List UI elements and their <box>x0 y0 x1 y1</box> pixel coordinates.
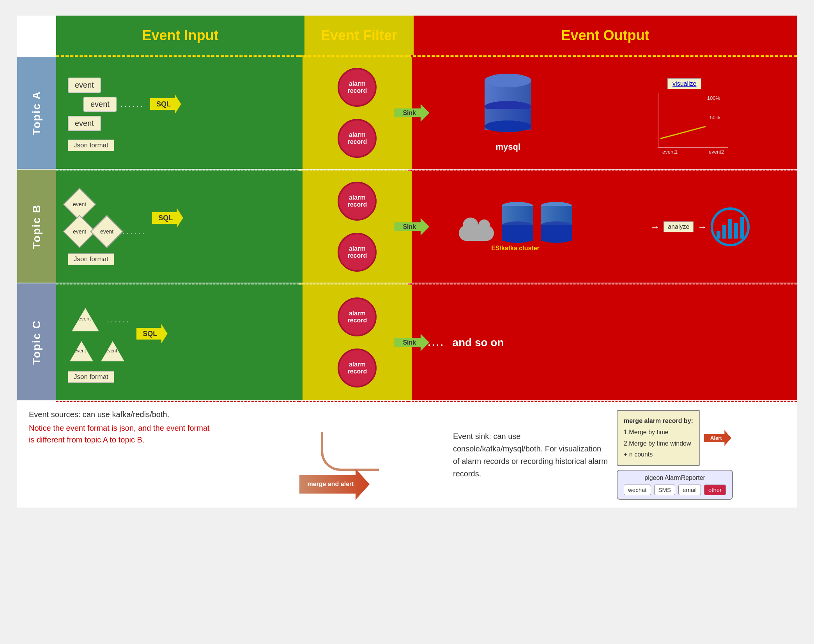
mysql-label: mysql <box>495 142 520 152</box>
visualize-arrow-row: → visualize → <box>658 78 711 89</box>
cloud-db-row <box>459 202 572 241</box>
sql-label-b: SQL <box>158 214 173 222</box>
topic-c-events: event ...... event event <box>68 304 131 363</box>
merge-item1: 1.Merge by time <box>624 427 693 438</box>
topic-c-label-col: Topic C <box>17 285 56 400</box>
bar-chart <box>717 215 744 239</box>
topic-b-output: ES/kafka cluster → analyze → <box>412 171 797 283</box>
chart-y-50: 50% <box>710 115 720 120</box>
merge-box-title: merge alarm record by: <box>624 416 693 427</box>
topic-c-label: Topic C <box>30 320 43 365</box>
json-format-badge-b: Json format <box>68 253 114 265</box>
event-triangle-c2: event <box>70 341 93 361</box>
sms-btn[interactable]: SMS <box>654 485 676 495</box>
analyze-section: → analyze → <box>650 207 750 246</box>
topic-b-sql-arrow: SQL <box>152 208 183 228</box>
merge-item3: + n counts <box>624 449 693 460</box>
event-triangle-c1: event <box>72 308 99 331</box>
topic-b-label: Topic B <box>30 204 43 249</box>
topic-c-row: Topic C event ...... event <box>17 285 797 401</box>
event-box-3: event <box>68 116 101 131</box>
merge-label: merge and alert <box>307 481 354 488</box>
reporter-buttons: wechat SMS email other <box>624 485 726 495</box>
visualize-btn[interactable]: visualize <box>667 78 701 89</box>
chart-x1: event1 <box>662 149 678 155</box>
main-container: Event Input Event Filter Event Output To… <box>17 16 797 508</box>
event-row-c1: event ...... <box>68 304 131 335</box>
reporter-title: pigeon AlarmReporter <box>624 474 726 481</box>
event-box-2: event <box>83 97 117 112</box>
wechat-btn[interactable]: wechat <box>624 485 651 495</box>
analyze-btn[interactable]: analyze <box>664 221 694 232</box>
json-format-badge-a: Json format <box>68 140 114 151</box>
filter-row-a: alarmrecord alarmrecord <box>338 65 377 161</box>
sink-area-c: Sink <box>394 334 429 351</box>
cloud-1 <box>459 214 494 241</box>
chart-line <box>660 126 706 139</box>
es-kafka-section: ES/kafka cluster <box>459 202 572 252</box>
event-output-header: Event Output <box>414 16 797 55</box>
alarm-circle-a1: alarmrecord <box>338 68 377 107</box>
topic-b-filter: alarmrecord alarmrecord Sink <box>303 171 412 283</box>
topic-b-input: event event event ...... SQL <box>56 171 303 283</box>
event-filter-header: Event Filter <box>304 16 414 55</box>
event-sources-title: Event sources: can use kafka/redis/both. <box>29 410 216 419</box>
alert-text: Alert <box>710 435 722 441</box>
merge-item2: 2.Merge by time window <box>624 438 693 449</box>
mini-chart-a: 100% 50% event1 event2 <box>658 93 728 148</box>
merge-alert-section: merge alarm record by: 1.Merge by time 2… <box>617 410 785 500</box>
topic-a-input: event event ...... event SQL Json format <box>56 57 303 169</box>
alert-wrapper: Alert <box>704 430 731 446</box>
sink-label-b: Sink <box>403 223 416 230</box>
sink-area-a: Sink <box>394 104 429 122</box>
topic-c-filter: alarmrecord alarmrecord Sink <box>303 285 412 400</box>
topic-b-input-inner: event event event ...... SQL <box>64 182 187 253</box>
topic-b-row: Topic B event event event <box>17 171 797 283</box>
dots-1: ...... <box>120 99 144 109</box>
event-row-3: event <box>68 116 144 131</box>
bottom-middle: merge and alert <box>224 410 445 500</box>
sink-label-a: Sink <box>403 110 416 117</box>
sink-area-b: Sink <box>394 218 429 235</box>
topic-a-events: event event ...... event <box>68 78 144 131</box>
topic-c-sql-arrow: SQL <box>136 324 168 343</box>
event-output-title: Event Output <box>425 27 785 44</box>
dots-b: ...... <box>122 226 146 237</box>
visualize-section: → visualize → 100% 50% event1 event2 <box>658 78 728 148</box>
mysql-icon <box>481 74 535 136</box>
arrow-right-viz: → <box>658 79 665 88</box>
event-sources-note: Notice the event format is json, and the… <box>29 422 216 446</box>
bottom-right: Event sink: can use console/kafka/mysql/… <box>453 410 785 500</box>
event-sink-description: Event sink: can use console/kafka/mysql/… <box>453 430 609 480</box>
sql-label: SQL <box>156 100 171 108</box>
output-inner-a: mysql → visualize → 100% 50% event1 <box>419 74 789 152</box>
db-stack-1 <box>502 202 533 241</box>
sink-label-c: Sink <box>403 339 416 346</box>
and-so-on-text: and so on <box>452 336 504 349</box>
es-kafka-label: ES/kafka cluster <box>491 245 540 252</box>
topic-a-label: Topic A <box>30 91 43 135</box>
event-row-2: event ...... <box>68 97 144 112</box>
topic-a-filter: alarmrecord alarmrecord Sink <box>303 57 412 169</box>
header-spacer <box>17 16 56 55</box>
event-input-header: Event Input <box>56 16 304 55</box>
event-diamond-label-b1: event <box>73 201 86 207</box>
json-format-badge-c: Json format <box>68 371 114 383</box>
topic-c-input-inner: event ...... event event SQL <box>64 296 172 371</box>
alarm-circle-b1: alarmrecord <box>338 182 377 221</box>
topic-b-events: event event event ...... <box>68 193 146 243</box>
curve-merge-wrapper: merge and alert <box>290 432 379 500</box>
arrow-chart: → <box>697 221 707 232</box>
alarm-circles-b: alarmrecord alarmrecord <box>338 179 377 275</box>
topic-a-row: Topic A event event ...... event <box>17 57 797 170</box>
other-btn[interactable]: other <box>704 485 726 495</box>
bottom-section: Event sources: can use kafka/redis/both.… <box>17 402 797 508</box>
sql-label-c: SQL <box>143 330 157 338</box>
event-row-1: event <box>68 78 144 93</box>
event-diamond-b3: event <box>90 215 124 248</box>
dashed-sep-bottom <box>17 401 797 402</box>
topic-a-json: Json format <box>64 140 118 157</box>
chart-x2: event2 <box>709 149 724 155</box>
email-btn[interactable]: email <box>678 485 701 495</box>
topic-a-sql-arrow: SQL <box>150 94 181 114</box>
